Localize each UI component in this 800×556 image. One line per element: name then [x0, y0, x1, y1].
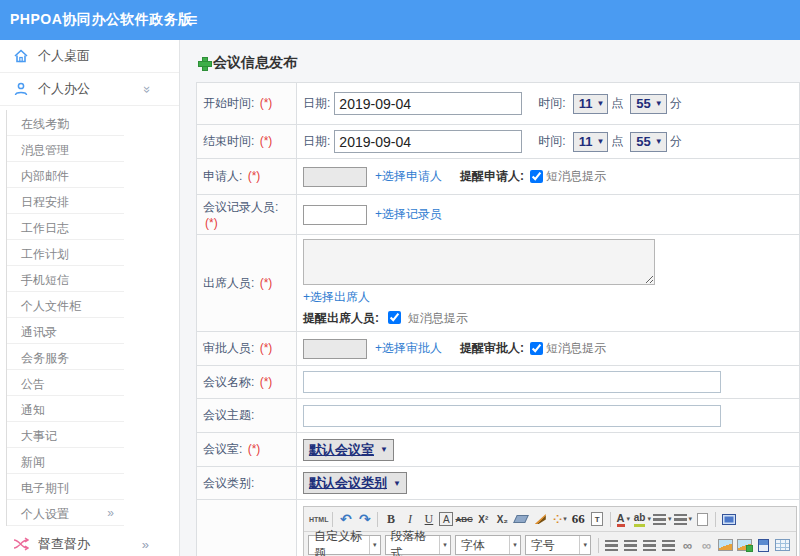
paste-as-text-icon[interactable]: T: [589, 510, 606, 528]
sidebar-item-schedule[interactable]: 日程安排: [7, 188, 124, 214]
upload-image-icon[interactable]: [736, 536, 753, 554]
quick-format-icon[interactable]: ⁘▾: [551, 510, 568, 528]
dropdown-arrow-icon: ▾: [689, 515, 693, 523]
required-mark: (*): [260, 375, 273, 389]
main-content: 会议信息发布 开始时间: (*) 日期: 时间: 11▼ 点 55▼: [180, 40, 800, 556]
dropdown-arrow-icon: ▾: [668, 515, 672, 523]
meeting-name-input[interactable]: [303, 371, 721, 393]
fullscreen-icon[interactable]: [720, 510, 737, 528]
sidebar-item-work-plan[interactable]: 工作计划: [7, 240, 124, 266]
paragraph-format-select[interactable]: 段落格式▾: [385, 535, 451, 555]
insert-link-icon[interactable]: ∞: [679, 536, 696, 554]
applicant-input[interactable]: [303, 167, 367, 187]
select-approver-link[interactable]: +选择审批人: [375, 340, 442, 357]
sidebar-submenu: 在线考勤 消息管理 内部邮件 日程安排 工作日志 工作计划 手机短信 个人文件柜…: [6, 110, 124, 526]
sidebar-item-supervision[interactable]: 督查督办 »: [0, 528, 179, 556]
sidebar-item-online-attendance[interactable]: 在线考勤: [7, 110, 124, 136]
sidebar-item-personal-cabinet[interactable]: 个人文件柜: [7, 292, 124, 318]
sidebar-item-news[interactable]: 新闻: [7, 448, 124, 474]
meeting-subject-input[interactable]: [303, 405, 721, 427]
font-family-select[interactable]: 字体▾: [455, 535, 521, 555]
recorder-input[interactable]: [303, 205, 367, 225]
select-recorder-link[interactable]: +选择记录员: [375, 206, 442, 223]
sidebar-item-announcement[interactable]: 公告: [7, 370, 124, 396]
sidebar-item-desktop[interactable]: 个人桌面: [0, 40, 179, 73]
hour-suffix: 点: [611, 95, 623, 112]
field-label: 会议类别:: [203, 476, 254, 490]
source-code-button[interactable]: HTML: [309, 510, 328, 528]
redo-icon[interactable]: ↷: [356, 510, 373, 528]
sidebar-item-notice[interactable]: 通知: [7, 396, 124, 422]
sidebar-item-e-journal[interactable]: 电子期刊: [7, 474, 124, 500]
dropdown-arrow-icon: ▾: [509, 536, 517, 554]
sidebar-item-work-log[interactable]: 工作日志: [7, 214, 124, 240]
font-color-icon[interactable]: A▾: [615, 510, 632, 528]
attendees-textarea[interactable]: [303, 239, 655, 285]
blockquote-button[interactable]: 66: [570, 510, 587, 528]
select-applicant-link[interactable]: +选择申请人: [375, 168, 442, 185]
align-justify-icon[interactable]: [660, 536, 677, 554]
end-hour-select[interactable]: 11▼: [573, 132, 609, 152]
unordered-list-icon[interactable]: ▾: [674, 510, 693, 528]
sidebar-item-mobile-sms[interactable]: 手机短信: [7, 266, 124, 292]
end-date-input[interactable]: [334, 130, 522, 153]
add-icon: [198, 57, 210, 69]
ordered-list-icon[interactable]: ▾: [653, 510, 672, 528]
align-center-icon[interactable]: [622, 536, 639, 554]
menu-toggle-icon[interactable]: ≡: [187, 9, 198, 31]
strikethrough-button[interactable]: ABC: [455, 510, 472, 528]
select-attendees-link[interactable]: +选择出席人: [303, 290, 370, 304]
sidebar-item-memorabilia[interactable]: 大事记: [7, 422, 124, 448]
highlight-color-icon[interactable]: ab▾: [634, 510, 651, 528]
remove-link-icon[interactable]: ∞: [698, 536, 715, 554]
chevron-right-icon: »: [107, 506, 114, 520]
new-page-icon[interactable]: [694, 510, 711, 528]
sidebar-item-contacts[interactable]: 通讯录: [7, 318, 124, 344]
remove-format-icon[interactable]: [513, 510, 530, 528]
end-minute-select[interactable]: 55▼: [630, 132, 666, 152]
sidebar-item-message-management[interactable]: 消息管理: [7, 136, 124, 162]
insert-image-icon[interactable]: [717, 536, 734, 554]
subscript-button[interactable]: X₂: [494, 510, 511, 528]
remind-applicant-label: 提醒申请人:: [460, 168, 524, 185]
custom-heading-select[interactable]: 自定义标题▾: [308, 535, 381, 555]
align-right-icon[interactable]: [641, 536, 658, 554]
dropdown-arrow-icon: ▾: [627, 515, 631, 523]
italic-button[interactable]: I: [401, 510, 418, 528]
meeting-category-select[interactable]: 默认会议类别▼: [303, 472, 407, 494]
sidebar-item-meeting-service[interactable]: 会务服务: [7, 344, 124, 370]
sidebar-item-personal-office[interactable]: 个人办公 »: [0, 73, 179, 106]
date-label: 日期:: [303, 133, 330, 150]
attendees-sms-checkbox[interactable]: [388, 311, 401, 324]
approver-sms-checkbox[interactable]: [530, 342, 543, 355]
start-minute-select[interactable]: 55▼: [630, 94, 666, 114]
undo-icon[interactable]: ↶: [337, 510, 354, 528]
underline-button[interactable]: U: [420, 510, 437, 528]
minute-suffix: 分: [670, 95, 682, 112]
bold-button[interactable]: B: [382, 510, 399, 528]
insert-table-icon[interactable]: [774, 536, 791, 554]
form-row-content-editor: HTML ↶ ↷ B I U A ABC X²: [197, 500, 800, 556]
approver-input[interactable]: [303, 339, 367, 359]
font-size-select[interactable]: 字号▾: [525, 535, 591, 555]
sidebar-item-personal-settings[interactable]: 个人设置 »: [7, 500, 124, 526]
editor-toolbar-row1: HTML ↶ ↷ B I U A ABC X²: [304, 507, 796, 532]
time-label: 时间:: [538, 133, 565, 150]
font-style-button[interactable]: A: [439, 512, 453, 526]
sidebar-item-internal-mail[interactable]: 内部邮件: [7, 162, 124, 188]
start-hour-select[interactable]: 11▼: [573, 94, 609, 114]
dropdown-arrow-icon: ▼: [596, 137, 604, 146]
align-left-icon[interactable]: [603, 536, 620, 554]
form-row-applicant: 申请人: (*) +选择申请人 提醒申请人: 短消息提示: [197, 159, 800, 195]
superscript-button[interactable]: X²: [475, 510, 492, 528]
start-date-input[interactable]: [334, 92, 522, 115]
form-row-attendees: 出席人员: (*) +选择出席人 提醒出席人员: 短消息提示: [197, 235, 800, 332]
dropdown-arrow-icon: ▾: [563, 515, 566, 523]
insert-media-icon[interactable]: [755, 536, 772, 554]
applicant-sms-checkbox[interactable]: [530, 170, 543, 183]
dropdown-arrow-icon: ▼: [655, 99, 663, 108]
app-title: PHPOA协同办公软件政务版: [0, 11, 193, 29]
format-painter-icon[interactable]: [532, 510, 549, 528]
meeting-room-select[interactable]: 默认会议室▼: [303, 439, 394, 461]
required-mark: (*): [260, 134, 273, 148]
